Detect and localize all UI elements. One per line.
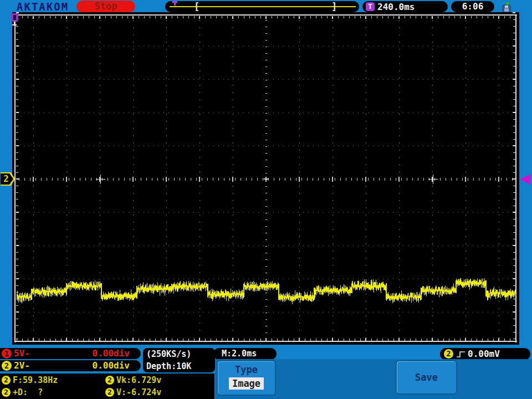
type-button-value: Image xyxy=(229,377,264,390)
trigger-position-flag-icon xyxy=(11,13,20,28)
ch1-offset: 0.00div xyxy=(78,348,130,359)
ch1-badge-icon: 1 xyxy=(2,349,12,359)
meas-ch-badge-icon: 2 xyxy=(2,388,11,397)
timebase-pill: M:2.0ms xyxy=(213,348,277,360)
hpos-window-right-bracket: ] xyxy=(331,1,337,12)
horizontal-position-indicator[interactable]: [ ] xyxy=(165,1,359,12)
meas-ch-badge-icon: 2 xyxy=(105,376,114,385)
ch2-offset: 0.00div xyxy=(78,360,130,371)
ch2-scale: 2V- xyxy=(14,360,30,371)
ch2-badge-icon: 2 xyxy=(2,361,12,371)
ch2-marker-label: 2 xyxy=(1,173,12,185)
clock-badge: 6:06 xyxy=(451,1,494,12)
trigger-channel-badge-icon: 2 xyxy=(444,349,453,359)
save-button[interactable]: Save xyxy=(396,360,457,395)
hpos-window-left-bracket: [ xyxy=(194,1,200,12)
trigger-t-icon: T xyxy=(366,2,375,11)
ch1-scale: 5V- xyxy=(14,348,30,359)
type-button[interactable]: Type Image xyxy=(217,360,276,396)
record-depth: Depth:10K xyxy=(146,360,215,372)
measurements-panel: 2 F:59.38Hz 2 Vk:6.729v 2 +D: ? 2 V:-6.7… xyxy=(0,374,214,399)
sample-rate: (250KS/s) xyxy=(146,348,215,360)
brand-logo: AKTAKOM xyxy=(17,1,69,13)
meas-v: V:-6.724v xyxy=(116,387,161,397)
ch1-status-pill: 1 5V- 0.00div xyxy=(0,348,141,359)
trigger-time-value: 240.0ms xyxy=(377,2,415,12)
rising-edge-icon xyxy=(456,350,466,359)
oscilloscope-screen: { "header": { "brand": "AKTAKOM", "stop_… xyxy=(0,0,532,399)
acquisition-info: (250KS/s) Depth:10K xyxy=(143,348,215,372)
meas-frequency: F:59.38Hz xyxy=(13,375,58,385)
meas-duty: +D: ? xyxy=(13,387,43,397)
type-button-label: Type xyxy=(218,364,275,375)
meas-ch-badge-icon: 2 xyxy=(105,388,114,397)
trigger-level-pill: 2 0.00mV xyxy=(440,348,530,360)
ch2-status-pill: 2 2V- 0.00div xyxy=(0,360,141,371)
hpos-trigger-marker-icon xyxy=(172,1,177,6)
storage-icon xyxy=(500,2,513,13)
trigger-level-arrow-icon[interactable] xyxy=(520,174,530,185)
run-stop-badge[interactable]: Stop xyxy=(76,1,135,12)
trigger-level-value: 0.00mV xyxy=(468,348,500,360)
meas-ch-badge-icon: 2 xyxy=(2,376,11,385)
trigger-time-badge: T 240.0ms xyxy=(362,1,448,12)
meas-vk: Vk:6.729v xyxy=(116,375,161,385)
graticule-canvas xyxy=(12,12,519,345)
scope-display xyxy=(12,12,519,345)
